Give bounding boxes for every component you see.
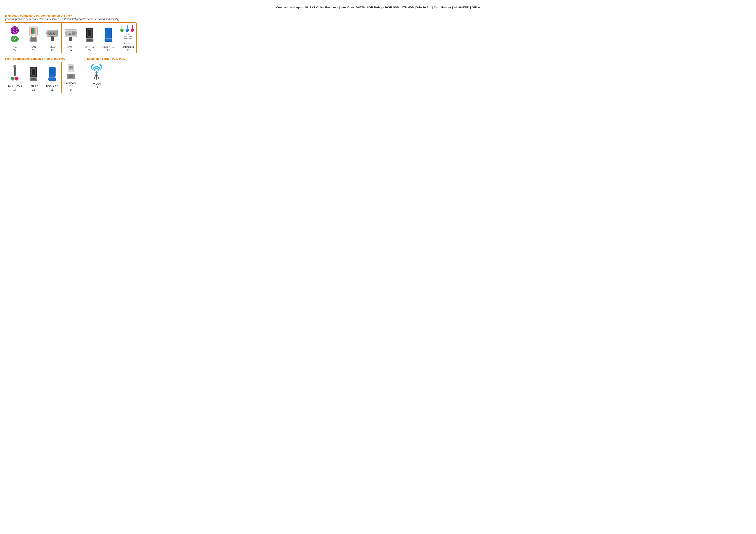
svg-point-72 bbox=[121, 30, 122, 31]
svg-rect-41 bbox=[51, 37, 54, 41]
svg-point-47 bbox=[69, 32, 70, 32]
svg-point-3 bbox=[13, 29, 14, 30]
svg-point-5 bbox=[13, 31, 14, 32]
svg-point-31 bbox=[50, 33, 51, 34]
svg-point-10 bbox=[14, 38, 14, 39]
svg-point-82 bbox=[12, 78, 14, 80]
expansion-connector-wlan: W-LAN1x bbox=[87, 62, 106, 90]
lower-sections: Front connections front side / top of th… bbox=[5, 57, 751, 94]
svg-rect-15 bbox=[31, 28, 32, 34]
svg-rect-67 bbox=[107, 30, 110, 36]
connector-dvid: DVI-D1x bbox=[62, 22, 80, 53]
usb3front-label: USB-A 3.02x bbox=[46, 85, 58, 91]
svg-rect-20 bbox=[31, 38, 36, 41]
svg-point-22 bbox=[35, 36, 36, 38]
svg-point-53 bbox=[67, 34, 67, 35]
expansion-section-title: Expansion cards - PCI / PCIe bbox=[87, 57, 125, 60]
usb3-label: USB-A 3.02x bbox=[102, 45, 115, 52]
front-section-title: Front connections front side / top of th… bbox=[5, 57, 80, 60]
wlan-icon bbox=[88, 64, 105, 81]
svg-rect-101 bbox=[68, 75, 73, 78]
vga-label: VGA1x bbox=[49, 45, 55, 52]
svg-point-32 bbox=[51, 33, 52, 34]
front-connector-cardreader: Cardreader*1x bbox=[62, 62, 80, 93]
svg-point-7 bbox=[14, 32, 15, 33]
connector-audio: +7.1 withFrontpanelConnector AudioConnec… bbox=[118, 22, 137, 53]
svg-point-11 bbox=[15, 38, 16, 39]
svg-point-37 bbox=[53, 34, 53, 35]
svg-rect-76 bbox=[132, 25, 133, 29]
connector-ps2: PS/22x bbox=[5, 22, 24, 53]
cardreader-label: Cardreader*1x bbox=[65, 82, 78, 92]
expansion-section: Expansion cards - PCI / PCIe bbox=[87, 57, 125, 94]
svg-point-4 bbox=[16, 29, 16, 30]
mainboard-connectors-row: PS/22x bbox=[5, 22, 751, 53]
svg-rect-59 bbox=[69, 37, 72, 41]
dvid-icon bbox=[63, 24, 79, 45]
svg-point-29 bbox=[55, 32, 55, 33]
expansion-connectors-row: W-LAN1x bbox=[87, 62, 125, 90]
page-title: Connection diagram SILENT Office Busines… bbox=[5, 4, 751, 11]
svg-point-34 bbox=[55, 33, 55, 34]
svg-rect-94 bbox=[49, 78, 55, 80]
dvid-label: DVI-D1x bbox=[68, 45, 74, 52]
usb2front-icon bbox=[25, 64, 42, 84]
svg-rect-70 bbox=[122, 25, 122, 29]
svg-rect-73 bbox=[127, 25, 127, 29]
svg-point-57 bbox=[65, 32, 67, 34]
svg-point-35 bbox=[49, 34, 50, 35]
ps2-label: PS/22x bbox=[12, 45, 17, 52]
svg-rect-16 bbox=[32, 28, 33, 34]
wlan-label: W-LAN1x bbox=[93, 82, 101, 89]
audioinout-icon bbox=[6, 64, 23, 84]
usb2front-label: USB 2.03x bbox=[29, 85, 39, 91]
svg-point-36 bbox=[51, 34, 52, 35]
svg-point-38 bbox=[54, 34, 55, 35]
svg-point-78 bbox=[132, 30, 133, 31]
svg-point-39 bbox=[46, 32, 48, 34]
svg-rect-89 bbox=[31, 78, 36, 80]
connector-lan: LAN1x bbox=[24, 22, 43, 53]
mainboard-section-title: Mainboard connectors PC connectors on th… bbox=[5, 14, 751, 17]
svg-point-27 bbox=[51, 32, 52, 33]
front-section: Front connections front side / top of th… bbox=[5, 57, 80, 94]
svg-point-56 bbox=[70, 34, 71, 35]
svg-point-26 bbox=[50, 32, 51, 33]
svg-point-40 bbox=[56, 32, 58, 34]
usb3front-icon bbox=[44, 64, 61, 84]
svg-rect-96 bbox=[69, 66, 73, 70]
mainboard-section: Mainboard connectors PC connectors on th… bbox=[5, 14, 751, 53]
audio-icon: +7.1 withFrontpanelConnector bbox=[119, 24, 136, 41]
svg-line-103 bbox=[94, 73, 96, 79]
svg-rect-69 bbox=[106, 39, 111, 41]
audio-label: AudioConnectors5.1x bbox=[121, 42, 134, 52]
svg-point-49 bbox=[67, 33, 67, 33]
usb2-label: USB 2.02x bbox=[85, 45, 94, 52]
cardreader-icon bbox=[63, 64, 79, 81]
svg-rect-64 bbox=[87, 39, 93, 41]
svg-rect-17 bbox=[33, 28, 34, 34]
connector-vga: VGA1x bbox=[43, 22, 62, 53]
svg-rect-18 bbox=[34, 28, 35, 34]
mainboard-section-subtitle: (monitor/graphics card connectors are di… bbox=[5, 18, 751, 21]
usb2-icon bbox=[81, 24, 98, 45]
svg-point-46 bbox=[68, 32, 68, 32]
svg-rect-44 bbox=[72, 32, 74, 35]
svg-point-55 bbox=[69, 34, 70, 35]
svg-point-30 bbox=[48, 33, 49, 34]
connector-usb3: USB-A 3.02x bbox=[99, 22, 118, 53]
front-connector-usb3: USB-A 3.02x bbox=[43, 62, 62, 93]
lan-label: LAN1x bbox=[31, 45, 36, 52]
audioinout-label: Audio In/Out1x bbox=[8, 85, 22, 91]
lan-icon bbox=[25, 24, 42, 45]
svg-point-2 bbox=[14, 29, 16, 32]
svg-rect-79 bbox=[14, 66, 15, 76]
svg-rect-62 bbox=[88, 30, 92, 36]
usb3-icon bbox=[100, 24, 117, 45]
front-connector-audioinout: Audio In/Out1x bbox=[5, 62, 24, 93]
svg-point-25 bbox=[48, 32, 49, 33]
svg-point-75 bbox=[126, 30, 128, 31]
svg-point-33 bbox=[53, 33, 54, 34]
svg-point-50 bbox=[68, 33, 68, 33]
svg-point-54 bbox=[68, 34, 68, 35]
